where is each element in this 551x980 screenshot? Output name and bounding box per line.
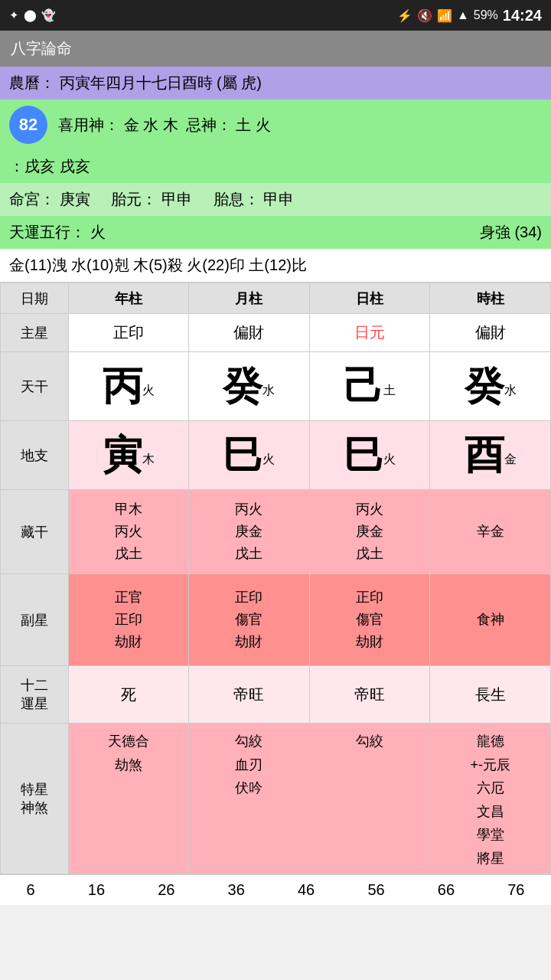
- elements-text: 金(11)洩 水(10)剋 木(5)殺 火(22)印 土(12)比: [9, 256, 307, 273]
- wifi-icon: 📶: [437, 8, 452, 23]
- dizhi-year-char: 寅: [103, 433, 142, 477]
- nayin-text: ：戌亥 戌亥: [9, 158, 90, 175]
- nayin-row: ：戌亥 戌亥: [0, 150, 551, 183]
- bottom-num-5: 56: [367, 881, 384, 899]
- dizhi-day-char: 巳: [344, 433, 383, 477]
- canggan-month: 丙火庚金戊土: [189, 490, 310, 574]
- tiangan-year-sub: 火: [142, 384, 155, 397]
- special-hour: 龍德+-元辰六厄文昌學堂將星: [430, 724, 551, 874]
- dizhi-month-char: 巳: [223, 433, 262, 477]
- canggan-label: 藏干: [1, 490, 69, 574]
- taiyuan-text: 胎元： 甲申: [111, 191, 192, 207]
- fuxing-row: 副星 正官正印劫財 正印傷官劫財 正印傷官劫財 食神: [1, 574, 551, 666]
- elements-row: 金(11)洩 水(10)剋 木(5)殺 火(22)印 土(12)比: [0, 249, 551, 283]
- fuxing-label: 副星: [1, 574, 69, 666]
- status-bar: ✦ ⬤ 👻 ⚡ 🔇 📶 ▲ 59% 14:24: [0, 0, 551, 31]
- tiangan-year: 丙火: [68, 352, 189, 421]
- bottom-num-3: 36: [228, 881, 245, 899]
- tiangan-day-sub: 土: [383, 384, 396, 397]
- mute-icon: 🔇: [417, 8, 432, 23]
- jishen-text: 忌神： 土 火: [186, 115, 271, 136]
- bottom-numbers-bar: 6 16 26 36 46 56 66 76: [0, 874, 551, 905]
- 12stars-label: 十二 運星: [1, 666, 69, 724]
- score-circle: 82: [9, 106, 47, 144]
- tiangan-day: 己土: [309, 352, 430, 421]
- bazi-table: 日期 年柱 月柱 日柱 時柱 主星 正印 偏財 日元 偏財 天干 丙火 癸水 己…: [0, 283, 551, 874]
- bottom-num-7: 76: [507, 881, 524, 899]
- circle-icon: ⬤: [24, 8, 37, 22]
- bottom-num-0: 6: [27, 881, 35, 899]
- star-icon: ✦: [9, 8, 19, 22]
- bottom-num-2: 26: [158, 881, 174, 899]
- header-day: 日柱: [309, 283, 430, 314]
- dizhi-label: 地支: [1, 421, 69, 490]
- minggong-text: 命宮： 庚寅: [9, 191, 90, 207]
- tiangan-month-char: 癸: [223, 364, 262, 408]
- header-year: 年柱: [68, 283, 189, 314]
- special-month: 勾絞血刃伏吟: [189, 724, 310, 874]
- special-row: 特星 神煞 天德合劫煞 勾絞血刃伏吟 勾絞 龍德+-元辰六厄文昌學堂將星: [1, 724, 551, 874]
- mainstar-label: 主星: [1, 314, 69, 352]
- lunar-calendar-text: 農曆： 丙寅年四月十七日酉時 (屬 虎): [9, 74, 262, 91]
- dizhi-year-sub: 木: [142, 452, 155, 466]
- 12stars-month: 帝旺: [189, 666, 310, 724]
- dizhi-hour-sub: 金: [504, 452, 517, 466]
- 12stars-hour: 長生: [430, 666, 551, 724]
- tianyun-text: 天運五行： 火: [9, 222, 106, 243]
- canggan-hour: 辛金: [430, 490, 551, 574]
- lunar-calendar-row: 農曆： 丙寅年四月十七日酉時 (屬 虎): [0, 67, 551, 100]
- canggan-day: 丙火庚金戊土: [309, 490, 430, 574]
- header-hour: 時柱: [430, 283, 551, 314]
- special-year: 天德合劫煞: [68, 724, 189, 874]
- main-content: 農曆： 丙寅年四月十七日酉時 (屬 虎) 82 喜用神： 金 水 木 忌神： 土…: [0, 67, 551, 905]
- tiangan-hour: 癸水: [430, 352, 551, 421]
- 12stars-row: 十二 運星 死 帝旺 帝旺 長生: [1, 666, 551, 724]
- dizhi-day-sub: 火: [383, 452, 396, 466]
- mainstar-year: 正印: [68, 314, 189, 352]
- shenqiang-text: 身強 (34): [480, 222, 542, 243]
- fuxing-day: 正印傷官劫財: [309, 574, 430, 666]
- minggong-row: 命宮： 庚寅 胎元： 甲申 胎息： 甲申: [0, 183, 551, 216]
- tiangan-month: 癸水: [189, 352, 310, 421]
- ghost-icon: 👻: [41, 8, 56, 22]
- table-header-row: 日期 年柱 月柱 日柱 時柱: [1, 283, 551, 314]
- title-bar: 八字論命: [0, 31, 551, 67]
- 12stars-day: 帝旺: [309, 666, 430, 724]
- xiyong-text: 喜用神： 金 水 木: [58, 115, 178, 136]
- 12stars-year: 死: [68, 666, 189, 724]
- bottom-num-1: 16: [88, 881, 105, 899]
- bluetooth-icon: ⚡: [397, 8, 412, 23]
- header-month: 月柱: [189, 283, 310, 314]
- tiangan-row: 天干 丙火 癸水 己土 癸水: [1, 352, 551, 421]
- mainstar-hour: 偏財: [430, 314, 551, 352]
- tiangan-hour-char: 癸: [465, 364, 504, 408]
- fuxing-hour: 食神: [430, 574, 551, 666]
- dizhi-year: 寅木: [68, 421, 189, 490]
- mainstar-month: 偏財: [189, 314, 310, 352]
- taixi-text: 胎息： 甲申: [214, 191, 295, 207]
- special-label: 特星 神煞: [1, 724, 69, 874]
- battery-text: 59%: [474, 8, 498, 22]
- fuxing-year: 正官正印劫財: [68, 574, 189, 666]
- app-title: 八字論命: [11, 40, 72, 57]
- status-right-icons: ⚡ 🔇 📶 ▲ 59% 14:24: [397, 7, 542, 24]
- dizhi-month-sub: 火: [262, 452, 275, 466]
- header-date: 日期: [1, 283, 69, 314]
- time-text: 14:24: [503, 7, 542, 24]
- dizhi-row: 地支 寅木 巳火 巳火 酉金: [1, 421, 551, 490]
- dizhi-day: 巳火: [309, 421, 430, 490]
- tiangan-hour-sub: 水: [504, 384, 517, 397]
- signal-icon: ▲: [457, 8, 469, 22]
- dizhi-hour: 酉金: [430, 421, 551, 490]
- fuxing-month: 正印傷官劫財: [189, 574, 310, 666]
- bottom-num-6: 66: [438, 881, 455, 899]
- status-left-icons: ✦ ⬤ 👻: [9, 8, 56, 22]
- tiangan-day-char: 己: [344, 364, 383, 408]
- dizhi-hour-char: 酉: [465, 433, 504, 477]
- canggan-row: 藏干 甲木丙火戊土 丙火庚金戊土 丙火庚金戊土 辛金: [1, 490, 551, 574]
- main-star-row: 主星 正印 偏財 日元 偏財: [1, 314, 551, 352]
- mainstar-day: 日元: [309, 314, 430, 352]
- bottom-num-4: 46: [298, 881, 315, 899]
- tiangan-month-sub: 水: [262, 384, 275, 397]
- dizhi-month: 巳火: [189, 421, 310, 490]
